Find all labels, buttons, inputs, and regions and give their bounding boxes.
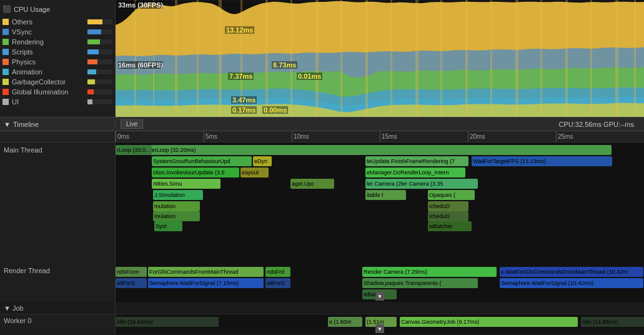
svg-rect-13: [340, 0, 342, 117]
svg-rect-4: [134, 0, 136, 117]
legend-bar: [87, 59, 97, 64]
cpu-chart-svg: [116, 0, 644, 117]
cpu-gpu-info: CPU:32.56ms GPU:--ms: [559, 121, 639, 128]
cpu-chart-area: 33ms (30FPS) 16ms (60FPS) 13.12ms 8.73ms…: [116, 0, 644, 117]
svg-rect-10: [265, 0, 268, 117]
legend-bar-container: [87, 89, 112, 94]
timeline-block[interactable]: ler Camera (2ler Camera (3.35: [365, 179, 478, 189]
ruler-mark-2: 10ms: [292, 131, 309, 142]
job-text: Job: [12, 304, 24, 312]
timeline-block[interactable]: Semaphore.WaitForSignal (10.42ms): [500, 278, 643, 288]
timeline-block[interactable]: eDyn: [253, 156, 272, 166]
legend-color-dot: [2, 49, 9, 55]
timeline-block[interactable]: ForGfxCommandsFromMainThread: [148, 267, 264, 277]
svg-rect-5: [153, 0, 154, 117]
legend-color-dot: [2, 39, 9, 45]
timeline-block[interactable]: WaitForTargetFPS (13.13ms): [472, 156, 612, 166]
legend-bar-container: [87, 29, 112, 34]
svg-rect-8: [219, 0, 222, 117]
svg-rect-21: [540, 0, 542, 117]
legend-color-dot: [2, 69, 9, 75]
timeline-block[interactable]: ndsFrom: [116, 267, 147, 277]
worker0-content: Idle (16.64ms)e (1.60m(1.51mCanvas.Geome…: [116, 314, 644, 334]
render-nav-down[interactable]: ▼: [375, 292, 384, 301]
legend-item-label: UI: [12, 98, 19, 106]
timeline-block[interactable]: mulation: [153, 201, 200, 211]
timeline-block[interactable]: J.Simulation: [153, 190, 203, 200]
ruler-marks: 0ms5ms10ms15ms20ms25ms30ms: [116, 131, 644, 142]
timeline-block[interactable]: wBatcher: [428, 221, 472, 231]
timeline-block[interactable]: mulation: [153, 211, 200, 221]
timeline-controls: Live CPU:32.56ms GPU:--ms: [116, 119, 644, 129]
render-thread-label: Render Thread: [0, 264, 116, 302]
main-thread-row: Main Thread PlayerLoop (32.20ms)rLoop (3…: [0, 142, 644, 264]
timeline-block[interactable]: PlayerLoop (32.20ms): [139, 145, 612, 155]
legend-bar-container: [87, 19, 112, 24]
job-section-header: ▼ Job: [0, 302, 644, 314]
timeline-block[interactable]: Opaques (: [428, 190, 475, 200]
timeline-block[interactable]: eManager.DoRenderLoop_Intern: [365, 168, 465, 178]
svg-rect-17: [440, 0, 442, 117]
legend-bar-container: [87, 39, 112, 44]
time-ruler: 0ms5ms10ms15ms20ms25ms30ms: [0, 131, 644, 142]
legend-item-label: Scripts: [12, 48, 33, 56]
timeline-block[interactable]: Canvas.GeometryJob (9.17ms): [400, 317, 578, 327]
render-thread-content: ndsFromForGfxCommandsFromMainThreadndsFr…: [116, 264, 644, 302]
timeline-header: ▼ Timeline Live CPU:32.56ms GPU:--ms: [0, 118, 644, 131]
timeline-block[interactable]: aitForS: [265, 278, 290, 288]
legend-bar-container: [87, 79, 112, 84]
timeline-panel: ▼ Timeline Live CPU:32.56ms GPU:--ms 0ms…: [0, 118, 644, 335]
timeline-block[interactable]: ndsFrd: [265, 267, 290, 277]
timeline-block[interactable]: ager.Upc: [290, 179, 334, 189]
timeline-block[interactable]: e (1.60m: [328, 317, 362, 327]
svg-rect-7: [197, 0, 199, 117]
legend-bar: [87, 39, 100, 44]
timeline-block[interactable]: aitForS: [116, 278, 147, 288]
threads-container[interactable]: Main Thread PlayerLoop (32.20ms)rLoop (3…: [0, 142, 644, 335]
svg-rect-20: [515, 0, 518, 117]
ruler-mark-4: 20ms: [468, 131, 485, 142]
timeline-block[interactable]: Shadow.paques Transparents (: [362, 278, 478, 288]
legend-bar: [87, 69, 96, 74]
triangle-icon: ▼: [4, 121, 11, 128]
timeline-block[interactable]: ction.InvokeviourUpdate (3.5: [152, 168, 239, 178]
timeline-block[interactable]: Syst: [154, 221, 182, 231]
ruler-offset: [0, 131, 116, 142]
main-thread-content: PlayerLoop (32.20ms)rLoop (33.0...WaitFo…: [116, 142, 644, 264]
svg-rect-14: [365, 0, 368, 117]
ruler-mark-3: 15ms: [380, 131, 397, 142]
worker0-nav-down[interactable]: ▼: [375, 324, 384, 333]
timeline-block[interactable]: ntities.Simu: [152, 179, 220, 189]
timeline-block[interactable]: itable t: [365, 190, 406, 200]
ms-000-label: 0.00ms: [262, 106, 288, 114]
svg-rect-18: [465, 0, 468, 117]
legend-item-ui: UI: [0, 97, 115, 107]
legend-bar: [87, 89, 94, 94]
legend-item-rendering: Rendering: [0, 37, 115, 47]
legend-item-vsync: VSync: [0, 27, 115, 37]
fps-33-label: 33ms (30FPS): [118, 1, 163, 9]
svg-rect-25: [634, 0, 636, 117]
legend-item-label: Global Illumination: [12, 88, 69, 96]
timeline-block[interactable]: x.WaitForGfxCommandsFromMainThread (10.4…: [500, 267, 643, 277]
legend-color-dot: [2, 29, 9, 35]
timeline-block[interactable]: Idle (16.64ms): [116, 317, 219, 327]
timeline-block[interactable]: teUpdate.FinishFrameRendering (7: [365, 156, 468, 166]
svg-rect-11: [290, 0, 292, 117]
timeline-block[interactable]: eayout: [240, 168, 269, 178]
timeline-block[interactable]: Semaphore.WaitForSignal (7.15ms): [148, 278, 264, 288]
ruler-mark-5: 25ms: [556, 131, 573, 142]
legend-bar: [87, 29, 101, 34]
timeline-block[interactable]: Idle (14.88ms): [581, 317, 644, 327]
timeline-block[interactable]: icheduD: [428, 201, 468, 211]
ms-017-label: 0.17ms: [231, 106, 257, 114]
timeline-block[interactable]: SystemGrouRunBehaviourUpd: [152, 156, 252, 166]
timeline-block[interactable]: rLoop (33.0...: [116, 145, 152, 155]
live-button[interactable]: Live: [121, 119, 143, 129]
timeline-title-cell: ▼ Timeline: [0, 121, 116, 128]
timeline-block[interactable]: Render Camera (7.29ms): [362, 267, 497, 277]
timeline-block[interactable]: icheduD: [428, 211, 468, 221]
legend-bar-container: [87, 49, 112, 54]
svg-rect-15: [390, 0, 392, 117]
legend-bar-container: [87, 69, 112, 74]
